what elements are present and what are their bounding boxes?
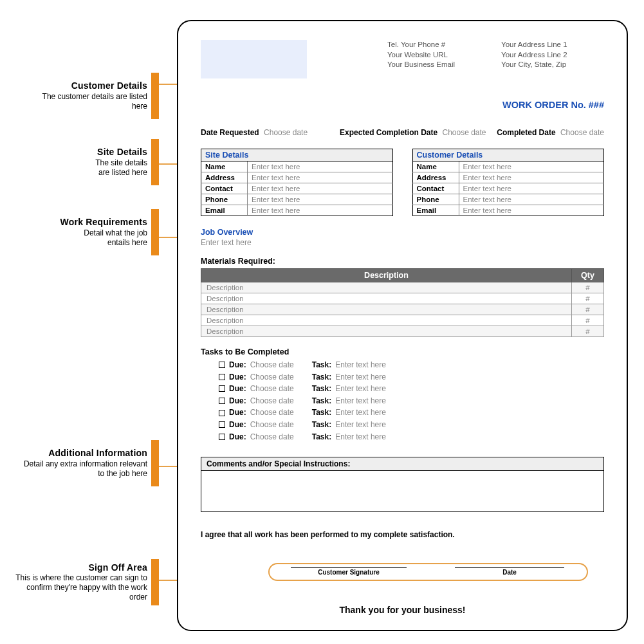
task-checkbox[interactable] (219, 410, 225, 416)
header-tel: Tel. Your Phone # (387, 40, 455, 50)
anno-desc: The customer details are listed here (30, 92, 147, 111)
table-row: Description# (201, 326, 604, 337)
customer-key: Name (412, 161, 459, 172)
anno-desc: to the job here (12, 469, 147, 479)
job-overview-field[interactable]: Enter text here (201, 238, 604, 247)
agreement-text: I agree that all work has been performed… (201, 530, 604, 539)
task-field[interactable]: Enter text here (335, 371, 386, 383)
site-key: Phone (201, 194, 248, 205)
task-due-field[interactable]: Choose date (250, 395, 294, 407)
anno-customer-details: Customer Details The customer details ar… (30, 73, 159, 119)
job-overview-header: Job Overview (201, 228, 604, 237)
material-qty-field[interactable]: # (572, 304, 604, 315)
customer-field[interactable]: Enter text here (459, 194, 604, 205)
comments-field[interactable] (201, 471, 604, 512)
header-address: Your Address Line 1 Your Address Line 2 … (501, 40, 567, 78)
task-due-label: Due: (229, 383, 246, 395)
task-due-label: Due: (229, 431, 246, 443)
anno-desc: Detail what the job (30, 228, 147, 238)
work-order-document: Tel. Your Phone # Your Website URL Your … (177, 20, 628, 631)
date-signature-line[interactable] (455, 567, 564, 568)
material-desc-field[interactable]: Description (201, 315, 572, 326)
materials-table: Description Qty Description#Description#… (201, 268, 604, 337)
table-row: EmailEnter text here (412, 205, 604, 216)
anno-desc: confirm they're happy with the work (12, 583, 147, 593)
material-desc-field[interactable]: Description (201, 304, 572, 315)
anno-title: Additional Information (12, 448, 147, 459)
task-due-field[interactable]: Choose date (250, 371, 294, 383)
tasks-title: Tasks to Be Completed (201, 347, 604, 356)
task-due-field[interactable]: Choose date (250, 419, 294, 431)
task-checkbox[interactable] (219, 362, 225, 368)
material-desc-field[interactable]: Description (201, 293, 572, 304)
anno-bar (151, 559, 159, 605)
signature-row: Customer Signature Date (201, 565, 604, 585)
completed-date-field[interactable]: Choose date (560, 128, 604, 137)
task-checkbox[interactable] (219, 421, 225, 428)
task-checkbox[interactable] (219, 434, 225, 440)
site-field[interactable]: Enter text here (248, 205, 393, 216)
addr-line: Your Address Line 1 (501, 40, 567, 50)
task-field[interactable]: Enter text here (335, 383, 386, 395)
addr-line: Your City, State, Zip (501, 60, 567, 70)
task-row: Due:Choose dateTask:Enter text here (219, 359, 604, 371)
customer-field[interactable]: Enter text here (459, 172, 604, 183)
expected-completion-label: Expected Completion Date (340, 128, 437, 137)
task-label: Task: (312, 395, 331, 407)
task-checkbox[interactable] (219, 374, 225, 380)
expected-completion-field[interactable]: Choose date (442, 128, 486, 137)
customer-field[interactable]: Enter text here (459, 161, 604, 172)
task-due-label: Due: (229, 371, 246, 383)
task-row: Due:Choose dateTask:Enter text here (219, 407, 604, 419)
material-desc-field[interactable]: Description (201, 326, 572, 337)
task-due-field[interactable]: Choose date (250, 431, 294, 443)
site-key: Name (201, 161, 248, 172)
task-field[interactable]: Enter text here (335, 407, 386, 419)
site-field[interactable]: Enter text here (248, 172, 393, 183)
site-field[interactable]: Enter text here (248, 183, 393, 194)
anno-sign-off: Sign Off Area This is where the customer… (12, 559, 159, 605)
task-field[interactable]: Enter text here (335, 419, 386, 431)
customer-signature-line[interactable] (291, 567, 407, 568)
customer-field[interactable]: Enter text here (459, 205, 604, 216)
task-field[interactable]: Enter text here (335, 359, 386, 371)
anno-work-req: Work Requirements Detail what the job en… (30, 209, 159, 255)
date-requested-field[interactable]: Choose date (264, 128, 308, 137)
material-qty-field[interactable]: # (572, 282, 604, 293)
header-url: Your Website URL (387, 50, 455, 60)
task-checkbox[interactable] (219, 385, 225, 392)
anno-desc: are listed here (30, 168, 147, 178)
task-due-label: Due: (229, 407, 246, 419)
table-row: Description# (201, 304, 604, 315)
task-field[interactable]: Enter text here (335, 431, 386, 443)
customer-key: Address (412, 172, 459, 183)
site-key: Email (201, 205, 248, 216)
comments-header: Comments and/or Special Instructions: (201, 457, 604, 471)
logo-placeholder (201, 40, 307, 78)
tasks-list: Due:Choose dateTask:Enter text hereDue:C… (219, 359, 604, 443)
material-qty-field[interactable]: # (572, 293, 604, 304)
header: Tel. Your Phone # Your Website URL Your … (201, 40, 604, 78)
customer-field[interactable]: Enter text here (459, 183, 604, 194)
table-row: ContactEnter text here (412, 183, 604, 194)
material-qty-field[interactable]: # (572, 315, 604, 326)
header-contact: Tel. Your Phone # Your Website URL Your … (387, 40, 455, 78)
task-row: Due:Choose dateTask:Enter text here (219, 431, 604, 443)
task-due-field[interactable]: Choose date (250, 383, 294, 395)
material-desc-field[interactable]: Description (201, 282, 572, 293)
table-row: ContactEnter text here (201, 183, 393, 194)
anno-desc: The site details (30, 158, 147, 168)
task-label: Task: (312, 371, 331, 383)
task-due-field[interactable]: Choose date (250, 407, 294, 419)
task-row: Due:Choose dateTask:Enter text here (219, 419, 604, 431)
anno-bar (151, 73, 159, 119)
materials-required-title: Materials Required: (201, 257, 604, 266)
date-signature-label: Date (455, 569, 564, 576)
task-due-field[interactable]: Choose date (250, 359, 294, 371)
materials-desc-header: Description (201, 269, 572, 282)
task-field[interactable]: Enter text here (335, 395, 386, 407)
site-field[interactable]: Enter text here (248, 194, 393, 205)
site-field[interactable]: Enter text here (248, 161, 393, 172)
task-checkbox[interactable] (219, 398, 225, 404)
material-qty-field[interactable]: # (572, 326, 604, 337)
